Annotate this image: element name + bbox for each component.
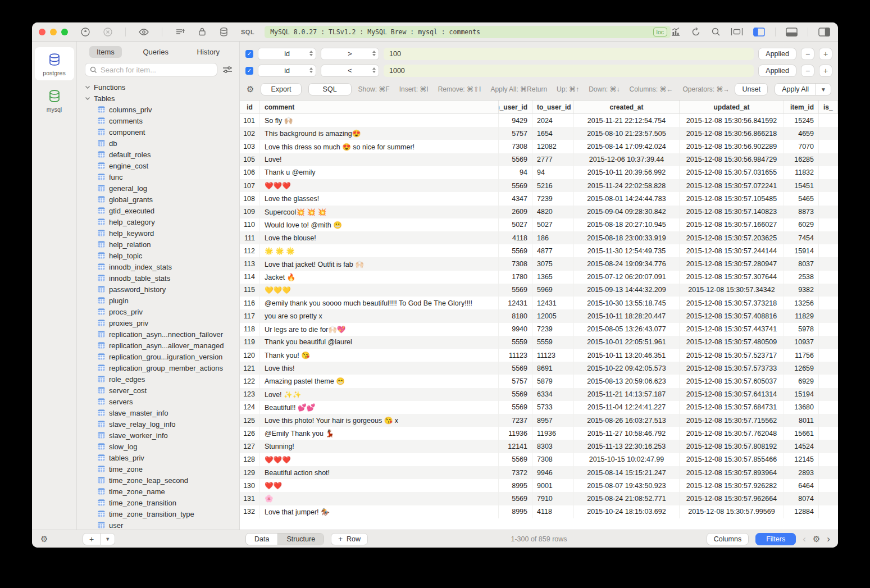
cell-is_[interactable] [819,140,838,153]
sidebar-table-item[interactable]: replication_grou...iguration_version [85,351,239,362]
cell-is_[interactable] [819,257,838,270]
cell-from_user_id[interactable]: 5569 [499,401,532,414]
cell-updated_at[interactable]: 2015-12-08 15:30:57.573733 [680,362,784,375]
cell-item_id[interactable]: 11829 [784,309,819,322]
cell-comment[interactable]: ❤️❤️ [260,479,499,492]
column-header-from_user_id[interactable]: from_user_id [499,101,532,113]
cell-is_[interactable] [819,349,838,362]
filter-value-input[interactable]: 100 [384,48,754,60]
cell-item_id[interactable]: 11832 [784,166,819,179]
cell-comment[interactable]: Love the blouse! [260,231,499,244]
cell-created_at[interactable]: 2015-10-11 13:20:46.351 [574,349,680,362]
cell-from_user_id[interactable]: 12431 [499,297,532,309]
cell-id[interactable]: 111 [240,231,260,244]
cell-id[interactable]: 102 [240,127,260,140]
cell-to_user_id[interactable]: 7308 [532,453,574,466]
cell-from_user_id[interactable]: 8995 [499,505,532,518]
sidebar-table-item[interactable]: replication_asyn...nnection_failover [85,329,239,340]
sidebar-table-item[interactable]: user [85,519,239,530]
cell-to_user_id[interactable]: 11936 [532,427,574,440]
table-row[interactable]: 129Beautiful action shot!737299462015-08… [240,466,838,479]
cell-to_user_id[interactable]: 5027 [532,218,574,231]
cell-to_user_id[interactable]: 2024 [532,114,574,127]
cell-updated_at[interactable]: 2015-12-08 15:30:57.762048 [680,427,784,440]
cell-id[interactable]: 105 [240,153,260,166]
cell-comment[interactable]: Thank you beautiful @laurel [260,336,499,349]
cell-id[interactable]: 113 [240,257,260,270]
cell-is_[interactable] [819,466,838,479]
sidebar-table-item[interactable]: time_zone_transition [85,497,239,508]
table-row[interactable]: 112🌟 🌟 🌟556948772015-11-30 12:54:49.7352… [240,244,838,257]
cell-to_user_id[interactable]: 5733 [532,401,574,414]
sidebar-table-item[interactable]: plugin [85,295,239,306]
sql-button[interactable]: SQL [308,83,352,95]
cell-created_at[interactable]: 2015-10-15 10:02:47.99 [574,453,680,466]
cell-comment[interactable]: Love that jumper! 🏇 [260,505,499,518]
cell-from_user_id[interactable]: 5569 [499,453,532,466]
cell-created_at[interactable]: 2015-10-30 13:55:18.745 [574,297,680,309]
cell-created_at[interactable]: 2015-08-26 16:03:27.513 [574,414,680,427]
cell-from_user_id[interactable]: 7237 [499,414,532,427]
cell-item_id[interactable]: 13256 [784,297,819,309]
cell-is_[interactable] [819,192,838,205]
filter-enabled-checkbox[interactable]: ✓ [245,50,253,58]
sidebar-table-item[interactable]: proxies_priv [85,317,239,329]
table-row[interactable]: 111Love the blouse!41181862015-08-18 23:… [240,231,838,244]
column-width-icon[interactable] [731,28,743,36]
cell-updated_at[interactable]: 2015-12-08 15:30:57.166027 [680,218,784,231]
add-filter-button[interactable]: + [819,65,832,77]
cell-item_id[interactable]: 2893 [784,466,819,479]
cell-is_[interactable] [819,309,838,322]
cell-item_id[interactable]: 15451 [784,179,819,192]
table-row[interactable]: 117you are so pretty x8180120052015-10-1… [240,309,838,322]
sidebar-table-item[interactable]: procs_priv [85,306,239,317]
cell-comment[interactable]: Love this photo! Your hair is gorgeous 😘… [260,414,499,427]
sidebar-table-item[interactable]: general_log [85,183,239,194]
table-row[interactable]: 121Love this!556986912015-10-22 09:42:05… [240,362,838,375]
cell-item_id[interactable]: 7070 [784,140,819,153]
cell-id[interactable]: 116 [240,297,260,309]
column-header-item_id[interactable]: item_id [784,101,819,113]
cell-comment[interactable]: Would love to! @mith 😬 [260,218,499,231]
cell-to_user_id[interactable]: 6334 [532,388,574,401]
cell-to_user_id[interactable]: 94 [532,166,574,179]
table-row[interactable]: 102This background is amazing😍5757165420… [240,127,838,140]
cell-id[interactable]: 122 [240,375,260,388]
cell-comment[interactable]: So fly 🙌🏼 [260,114,499,127]
cell-item_id[interactable]: 16285 [784,153,819,166]
sidebar-table-item[interactable]: time_zone_name [85,486,239,497]
apply-all-button[interactable]: Apply All ▼ [775,83,831,95]
cell-comment[interactable]: 💛💛💛 [260,284,499,297]
cell-created_at[interactable]: 2015-11-27 10:58:46.792 [574,427,680,440]
chart-icon[interactable] [671,27,681,37]
cell-item_id[interactable]: 8873 [784,206,819,218]
search-icon[interactable] [711,27,721,37]
cell-from_user_id[interactable]: 7308 [499,140,532,153]
cell-from_user_id[interactable]: 5569 [499,362,532,375]
table-settings-gear-icon[interactable]: ⚙ [813,534,820,544]
cell-id[interactable]: 118 [240,323,260,336]
cell-comment[interactable]: Love this dress so much 😍 so nice for su… [260,140,499,153]
filter-applied-button[interactable]: Applied [758,48,796,60]
tab-items[interactable]: Items [89,46,122,58]
cell-is_[interactable] [819,323,838,336]
cell-is_[interactable] [819,453,838,466]
cell-to_user_id[interactable]: 9001 [532,479,574,492]
table-row[interactable]: 107❤️❤️❤️556952162015-11-24 22:02:58.828… [240,179,838,192]
sidebar-table-item[interactable]: innodb_table_stats [85,272,239,284]
sidebar-table-item[interactable]: global_grants [85,194,239,205]
sidebar-table-item[interactable]: password_history [85,284,239,295]
cell-to_user_id[interactable]: 4820 [532,206,574,218]
remove-filter-button[interactable]: − [801,48,814,60]
cell-updated_at[interactable]: 2015-12-08 15:30:56.866218 [680,127,784,140]
cell-id[interactable]: 123 [240,388,260,401]
cell-item_id[interactable]: 11756 [784,349,819,362]
cell-from_user_id[interactable]: 5569 [499,244,532,257]
cell-from_user_id[interactable]: 94 [499,166,532,179]
table-row[interactable]: 108Love the glasses!434772392015-08-01 1… [240,192,838,205]
sidebar-table-item[interactable]: innodb_index_stats [85,261,239,272]
cell-id[interactable]: 110 [240,218,260,231]
cell-from_user_id[interactable]: 9429 [499,114,532,127]
search-input[interactable]: Search for item... [85,63,217,76]
cell-from_user_id[interactable]: 8995 [499,479,532,492]
